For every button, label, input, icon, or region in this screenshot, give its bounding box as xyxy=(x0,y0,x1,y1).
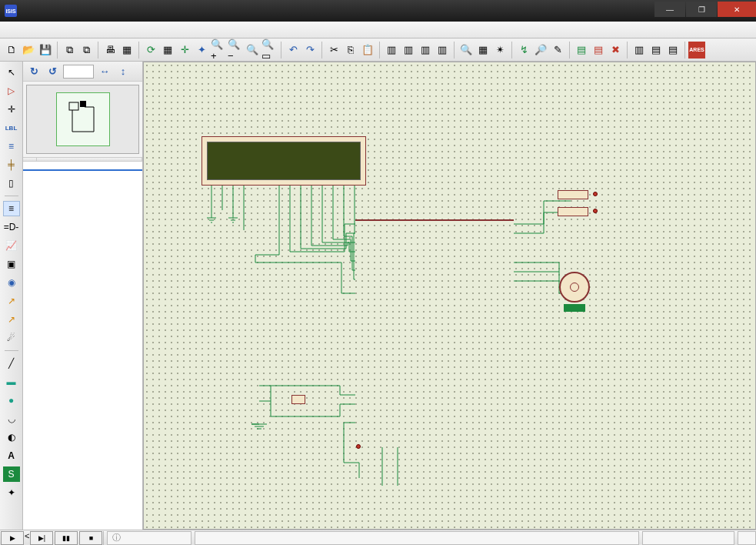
cut-icon[interactable]: ✂ xyxy=(325,42,342,59)
flip-vert-icon[interactable]: ↕ xyxy=(115,64,131,79)
block-move-icon[interactable]: ▥ xyxy=(400,42,417,59)
rotate-cw-icon[interactable]: ↻ xyxy=(26,64,42,79)
print-area-icon[interactable]: ▦ xyxy=(118,42,135,59)
hdr-terminals[interactable] xyxy=(37,158,142,161)
block-copy-icon[interactable]: ▥ xyxy=(383,42,400,59)
play-button[interactable]: ▶ xyxy=(1,531,24,545)
zoom-area-icon[interactable]: 🔍▭ xyxy=(261,42,278,59)
titlebar: ISIS — ❐ ✕ xyxy=(0,0,756,22)
current-probe-icon[interactable]: ↗ xyxy=(3,312,20,327)
ares-icon[interactable]: ARES xyxy=(688,42,705,59)
box-tool-icon[interactable]: ▬ xyxy=(3,374,20,390)
line-tool-icon[interactable]: ╱ xyxy=(3,356,20,371)
menu-system[interactable] xyxy=(158,28,174,32)
mcu-component[interactable] xyxy=(355,219,514,221)
paste-icon[interactable]: 📋 xyxy=(359,42,376,59)
bus-tool-icon[interactable]: ╪ xyxy=(3,157,20,172)
open-icon[interactable]: 📂 xyxy=(20,42,37,59)
menu-edit[interactable] xyxy=(35,28,51,32)
search-icon[interactable]: 🔎 xyxy=(532,42,549,59)
tape-tool-icon[interactable]: ▣ xyxy=(3,256,20,272)
pin-tool-icon[interactable]: =D- xyxy=(3,219,20,235)
save-icon[interactable]: 💾 xyxy=(37,42,54,59)
report-icon[interactable]: ▥ xyxy=(631,42,648,59)
angle-input[interactable] xyxy=(63,65,94,79)
zoom-all-icon[interactable]: 🔍 xyxy=(244,42,261,59)
sheet-status[interactable] xyxy=(195,531,639,545)
path-tool-icon[interactable]: ◐ xyxy=(3,430,20,445)
select-tool-icon[interactable]: ↖ xyxy=(3,65,20,80)
decompose-icon[interactable]: ✴ xyxy=(491,42,508,59)
maximize-button[interactable]: ❐ xyxy=(686,2,717,17)
schematic-canvas[interactable]: /* rendered by loop below */ xyxy=(143,62,756,530)
button2-component[interactable] xyxy=(558,207,588,216)
package-icon[interactable]: ▦ xyxy=(475,42,491,59)
menu-source[interactable] xyxy=(97,28,112,32)
menu-file[interactable] xyxy=(5,28,20,32)
voltage-probe-icon[interactable]: ↗ xyxy=(3,293,20,309)
text-script-icon[interactable]: ≡ xyxy=(3,139,20,154)
lcd-component[interactable] xyxy=(201,136,366,186)
menu-help[interactable] xyxy=(174,28,189,32)
print-icon[interactable]: 🖶 xyxy=(102,42,118,59)
new-icon[interactable]: 🗋 xyxy=(3,42,20,59)
generator-tool-icon[interactable]: ◉ xyxy=(3,275,20,290)
menu-design[interactable] xyxy=(66,28,82,32)
grid-icon[interactable]: ▦ xyxy=(159,42,176,59)
undo-icon[interactable]: ↶ xyxy=(285,42,301,59)
menu-graph[interactable] xyxy=(82,28,97,32)
remove-sheet-icon[interactable]: ▤ xyxy=(590,42,607,59)
pan-icon[interactable]: ✦ xyxy=(193,42,210,59)
export-icon[interactable]: ⧉ xyxy=(78,42,95,59)
pick-icon[interactable]: 🔍 xyxy=(458,42,475,59)
text-tool-icon[interactable]: A xyxy=(3,448,20,463)
marker-tool-icon[interactable]: ✦ xyxy=(3,485,20,500)
label-tool-icon[interactable]: LBL xyxy=(3,120,20,135)
origin-icon[interactable]: ✛ xyxy=(176,42,193,59)
arc-tool-icon[interactable]: ◡ xyxy=(3,411,20,426)
circle-tool-icon[interactable]: ● xyxy=(3,393,20,408)
flip-horiz-icon[interactable]: ↔ xyxy=(97,64,112,79)
rotate-ccw-icon[interactable]: ↺ xyxy=(45,64,60,79)
list-item[interactable] xyxy=(23,171,142,172)
refresh-icon[interactable]: ⟳ xyxy=(142,42,159,59)
block-rotate-icon[interactable]: ▥ xyxy=(417,42,434,59)
copy-icon[interactable]: ⎘ xyxy=(342,42,359,59)
menu-view[interactable] xyxy=(20,28,35,32)
motor-component[interactable] xyxy=(559,272,590,303)
wire-autoroute-icon[interactable]: ↯ xyxy=(515,42,532,59)
graph-tool-icon[interactable]: 📈 xyxy=(3,238,20,253)
delete-icon[interactable]: ✖ xyxy=(607,42,624,59)
menu-tools[interactable] xyxy=(51,28,66,32)
junction-tool-icon[interactable]: ✛ xyxy=(3,102,20,117)
new-sheet-icon[interactable]: ▤ xyxy=(573,42,590,59)
close-button[interactable]: ✕ xyxy=(718,2,756,17)
component-tool-icon[interactable]: ▷ xyxy=(3,83,20,99)
menu-library[interactable] xyxy=(128,28,143,32)
import-icon[interactable]: ⧉ xyxy=(61,42,78,59)
zoom-out-icon[interactable]: 🔍− xyxy=(227,42,244,59)
redo-icon[interactable]: ↷ xyxy=(301,42,318,59)
subcircuit-tool-icon[interactable]: ▯ xyxy=(3,176,20,191)
crystal-component[interactable] xyxy=(291,395,305,404)
button1-component[interactable] xyxy=(558,190,588,199)
menu-template[interactable] xyxy=(143,28,158,32)
messages-status[interactable]: ⓘ xyxy=(107,531,191,545)
preview-window[interactable] xyxy=(26,85,139,154)
menu-debug[interactable] xyxy=(112,28,128,32)
symbol-tool-icon[interactable]: S xyxy=(3,466,20,482)
terminal-tool-icon[interactable]: ≡ xyxy=(3,201,20,216)
virtual-inst-icon[interactable]: ☄ xyxy=(3,330,20,346)
terminal-list[interactable] xyxy=(23,162,142,530)
step-button[interactable]: ▶| xyxy=(30,531,53,545)
erc-icon[interactable]: ▤ xyxy=(664,42,681,59)
zoom-in-icon[interactable]: 🔍+ xyxy=(210,42,227,59)
property-icon[interactable]: ✎ xyxy=(549,42,566,59)
bom-icon[interactable]: ▤ xyxy=(648,42,664,59)
menubar xyxy=(0,22,756,38)
minimize-button[interactable]: — xyxy=(654,2,685,17)
hdr-p[interactable] xyxy=(23,158,37,161)
block-delete-icon[interactable]: ▥ xyxy=(434,42,451,59)
stop-button[interactable]: ■ xyxy=(79,531,102,545)
pause-button[interactable]: ▮▮ xyxy=(55,531,78,545)
